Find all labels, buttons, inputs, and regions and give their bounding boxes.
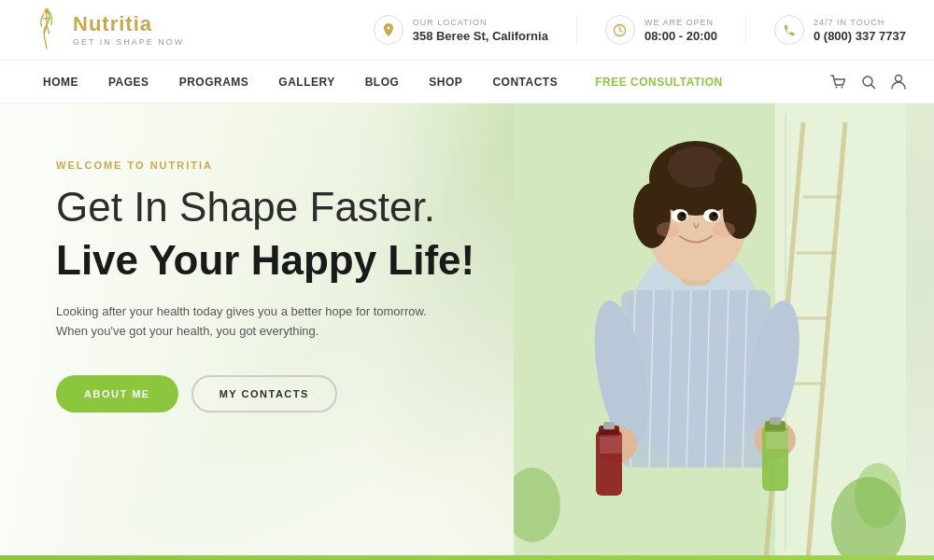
top-bar: Nutritia GET IN SHAPE NOW OUR LOCATION 3… — [0, 0, 934, 61]
my-contacts-button[interactable]: MY CONTACTS — [191, 375, 337, 413]
hero-description: Looking after your health today gives yo… — [56, 302, 430, 342]
svg-point-6 — [896, 76, 902, 82]
phone-value: 0 (800) 337 7737 — [814, 29, 906, 43]
svg-point-4 — [842, 86, 843, 88]
nav-item-home[interactable]: HOME — [28, 61, 93, 104]
nav-item-contacts[interactable]: CONTACTS — [477, 61, 573, 104]
nav-item-gallery[interactable]: GALLERY — [263, 61, 349, 104]
brand-tagline: GET IN SHAPE NOW — [73, 37, 184, 48]
svg-rect-50 — [600, 435, 622, 454]
phone-info: 24/7 IN TOUCH 0 (800) 337 7737 — [774, 15, 906, 45]
nav-link-consultation[interactable]: FREE CONSULTATION — [580, 61, 738, 104]
location-details: OUR LOCATION 358 Beree St, California — [413, 18, 548, 43]
user-icon — [891, 74, 906, 90]
nav-item-shop[interactable]: SHOP — [414, 61, 477, 104]
svg-point-1 — [45, 9, 50, 14]
hero-content: WELCOME TO NUTRITIA Get In Shape Faster.… — [0, 104, 486, 413]
brand-name: Nutritia — [73, 12, 184, 36]
hero-person-image — [514, 104, 906, 560]
search-button[interactable] — [861, 75, 876, 90]
svg-point-17 — [855, 463, 901, 528]
nav-link-home[interactable]: HOME — [28, 61, 93, 104]
nav-link-shop[interactable]: SHOP — [414, 61, 477, 104]
nav-link-contacts[interactable]: CONTACTS — [477, 61, 573, 104]
location-info: OUR LOCATION 358 Beree St, California — [374, 15, 577, 45]
svg-point-33 — [633, 183, 671, 248]
svg-point-40 — [713, 213, 716, 217]
hero-welcome-text: WELCOME TO NUTRITIA — [56, 160, 486, 171]
svg-point-41 — [657, 222, 679, 237]
svg-point-39 — [681, 213, 685, 217]
nav-link-gallery[interactable]: GALLERY — [263, 61, 349, 104]
cart-icon — [830, 75, 846, 90]
account-button[interactable] — [891, 74, 906, 90]
svg-rect-49 — [603, 422, 615, 429]
hours-details: WE ARE OPEN 08:00 - 20:00 — [644, 18, 717, 43]
cart-button[interactable] — [830, 75, 846, 90]
phone-details: 24/7 IN TOUCH 0 (800) 337 7737 — [814, 18, 906, 43]
svg-point-3 — [836, 86, 838, 88]
hours-value: 08:00 - 20:00 — [644, 29, 717, 43]
svg-point-5 — [863, 77, 872, 86]
hero-title-line1: Get In Shape Faster. — [56, 184, 486, 231]
svg-point-32 — [715, 162, 733, 190]
hero-buttons: ABOUT ME MY CONTACTS — [56, 375, 486, 413]
svg-rect-54 — [766, 430, 788, 449]
phone-icon — [774, 15, 804, 45]
svg-point-42 — [713, 222, 735, 237]
hero-section: WELCOME TO NUTRITIA Get In Shape Faster.… — [0, 104, 934, 560]
top-info-bar: OUR LOCATION 358 Beree St, California WE… — [374, 15, 906, 45]
location-value: 358 Beree St, California — [413, 29, 548, 43]
nav-item-pages[interactable]: PAGES — [93, 61, 164, 104]
phone-label: 24/7 IN TOUCH — [814, 18, 906, 27]
nav-links: HOME PAGES PROGRAMS GALLERY BLOG SHOP CO… — [28, 61, 738, 104]
logo-icon — [28, 7, 65, 53]
search-icon — [861, 75, 876, 90]
hours-label: WE ARE OPEN — [644, 18, 717, 27]
about-me-button[interactable]: ABOUT ME — [56, 375, 178, 413]
logo-text: Nutritia GET IN SHAPE NOW — [73, 12, 184, 47]
hero-title-line2: Live Your Happy Life! — [56, 237, 486, 285]
nav-link-pages[interactable]: PAGES — [93, 61, 164, 104]
clock-icon — [605, 15, 635, 45]
nav-item-programs[interactable]: PROGRAMS — [164, 61, 264, 104]
nav-link-blog[interactable]: BLOG — [350, 61, 415, 104]
hours-info: WE ARE OPEN 08:00 - 20:00 — [605, 15, 746, 45]
bottom-accent-strip — [0, 555, 934, 560]
location-icon — [374, 15, 403, 45]
logo[interactable]: Nutritia GET IN SHAPE NOW — [28, 7, 184, 53]
nav-icons — [830, 74, 906, 90]
svg-rect-53 — [770, 417, 781, 425]
main-nav: HOME PAGES PROGRAMS GALLERY BLOG SHOP CO… — [0, 61, 934, 104]
nav-link-programs[interactable]: PROGRAMS — [164, 61, 264, 104]
nav-item-blog[interactable]: BLOG — [350, 61, 415, 104]
nav-item-consultation[interactable]: FREE CONSULTATION — [573, 61, 738, 104]
location-label: OUR LOCATION — [413, 18, 548, 27]
